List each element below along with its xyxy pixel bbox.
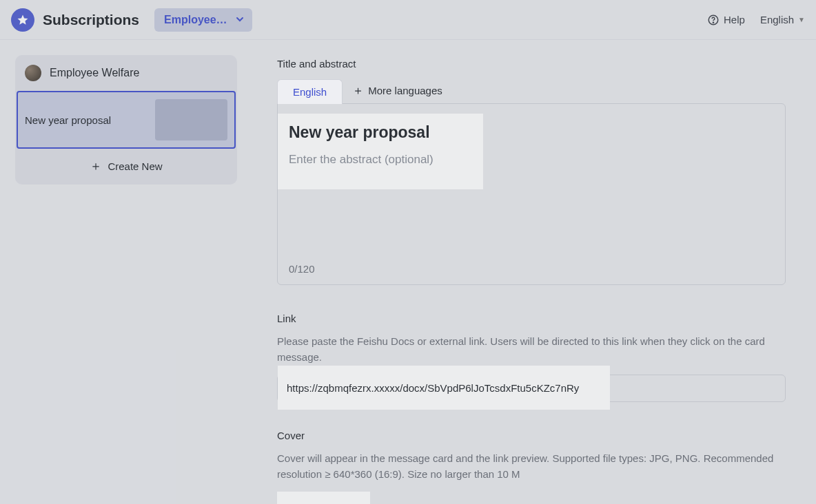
- tab-english[interactable]: English: [277, 79, 343, 104]
- title-input[interactable]: [289, 123, 472, 142]
- link-label: Link: [277, 313, 786, 324]
- language-dropdown[interactable]: English ▼: [760, 14, 805, 25]
- link-section: Link Please paste the Feishu Docs or ext…: [277, 313, 786, 402]
- chevron-down-icon: [236, 14, 244, 26]
- more-languages-label: More languages: [368, 85, 442, 96]
- cover-label: Cover: [277, 430, 786, 441]
- sidebar-card: Employee Welfare New year proposal ＋ Cre…: [15, 55, 237, 185]
- title-abstract-editor: 0/120: [277, 103, 786, 285]
- more-languages-button[interactable]: ＋ More languages: [352, 83, 442, 104]
- plus-icon: ＋: [90, 160, 102, 172]
- sidebar-item-thumbnail: [155, 99, 227, 140]
- triangle-down-icon: ▼: [798, 16, 805, 23]
- language-tabs: English ＋ More languages: [277, 79, 786, 104]
- sidebar-group-title: Employee Welfare: [50, 67, 139, 79]
- help-icon: [707, 14, 720, 26]
- app-logo-icon: [11, 8, 34, 32]
- help-link[interactable]: Help: [707, 14, 745, 26]
- topbar: Subscriptions Employee… Help English ▼: [0, 0, 816, 40]
- cover-section: Cover Cover will appear in the message c…: [277, 430, 786, 504]
- sidebar-item-label: New year proposal: [25, 114, 111, 126]
- sidebar-item[interactable]: New year proposal: [17, 91, 236, 149]
- create-new-label: Create New: [108, 160, 162, 172]
- topbar-right: Help English ▼: [707, 14, 805, 26]
- help-label: Help: [724, 14, 745, 25]
- abstract-input[interactable]: [289, 153, 472, 167]
- main-panel: Title and abstract English ＋ More langua…: [252, 40, 816, 504]
- workspace-dropdown-label: Employee…: [164, 14, 227, 26]
- plus-icon: ＋: [352, 83, 364, 98]
- cover-help-text: Cover will appear in the message card an…: [277, 451, 786, 482]
- sidebar: Employee Welfare New year proposal ＋ Cre…: [0, 40, 252, 504]
- language-label: English: [760, 14, 794, 25]
- svg-marker-0: [18, 14, 28, 24]
- sidebar-group-header[interactable]: Employee Welfare: [15, 55, 237, 91]
- link-input-wrapper: [277, 375, 786, 402]
- abstract-char-count: 0/120: [289, 263, 315, 275]
- app-title: Subscriptions: [43, 12, 139, 28]
- avatar: [25, 65, 41, 81]
- svg-point-2: [713, 22, 713, 23]
- title-abstract-label: Title and abstract: [277, 58, 786, 70]
- create-new-button[interactable]: ＋ Create New: [15, 149, 237, 185]
- link-help-text: Please paste the Feishu Docs or external…: [277, 334, 786, 365]
- cover-upload-button[interactable]: ＋: [277, 492, 370, 504]
- workspace-dropdown[interactable]: Employee…: [154, 8, 252, 32]
- link-input[interactable]: [287, 382, 610, 394]
